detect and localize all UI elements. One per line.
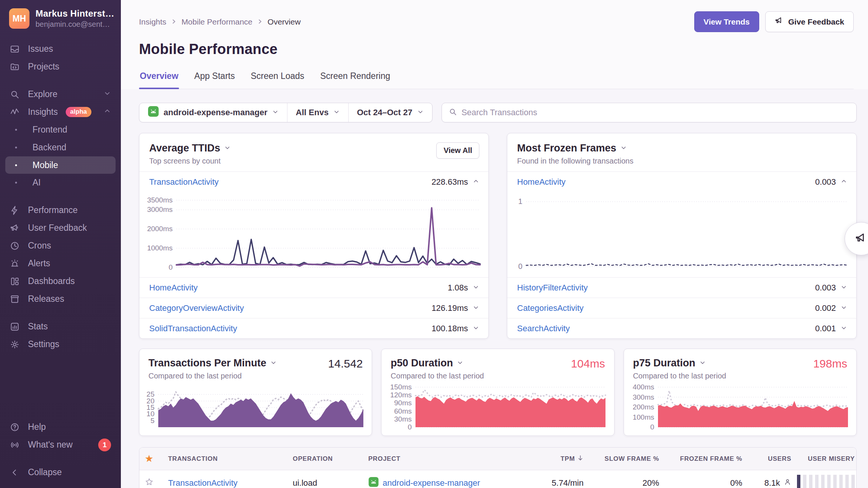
frozen-row-history-filter[interactable]: HistoryFilterActivity 0.003 xyxy=(507,277,856,298)
col-slow-frame[interactable]: SLOW FRAME % xyxy=(584,455,659,463)
users-cell: 8.1k xyxy=(742,478,791,488)
col-transaction[interactable]: TRANSACTION xyxy=(168,455,293,463)
sidebar-collapse-button[interactable]: Collapse xyxy=(0,463,121,481)
chevron-down-icon[interactable] xyxy=(840,303,847,313)
col-project[interactable]: PROJECT xyxy=(368,455,519,463)
sidebar-item-mobile[interactable]: Mobile xyxy=(5,156,116,174)
sidebar-nav: Issues Projects Explore Insights alpha F… xyxy=(0,40,121,481)
tpm-title: Transactions Per Minute xyxy=(148,357,266,369)
col-frozen-frame[interactable]: FROZEN FRAME % xyxy=(659,455,742,463)
tab-bar: Overview App Starts Screen Loads Screen … xyxy=(139,71,854,89)
operation-cell: ui.load xyxy=(293,478,368,488)
chevron-up-icon[interactable] xyxy=(840,177,847,187)
chevron-down-icon[interactable] xyxy=(224,144,231,153)
chevron-down-icon xyxy=(272,108,279,117)
sidebar-item-help[interactable]: Help xyxy=(0,418,121,436)
sidebar-item-projects[interactable]: Projects xyxy=(0,58,121,76)
megaphone-icon xyxy=(855,232,868,246)
user-name: Markus Hinterst… xyxy=(36,8,114,19)
chevron-down-icon xyxy=(417,108,424,117)
ttids-row-solid-transaction[interactable]: SolidTransactionActivity 100.18ms xyxy=(139,318,488,338)
chevron-down-icon[interactable] xyxy=(473,324,479,334)
tab-screen-loads[interactable]: Screen Loads xyxy=(250,71,305,89)
chevron-down-icon[interactable] xyxy=(620,144,627,153)
date-range-filter[interactable]: Oct 24–Oct 27 xyxy=(349,103,432,122)
ttids-expanded-row[interactable]: TransactionActivity 228.63ms xyxy=(139,171,488,192)
sidebar-item-explore[interactable]: Explore xyxy=(0,85,121,103)
star-outline-icon[interactable] xyxy=(145,477,154,488)
user-menu[interactable]: MH Markus Hinterst… benjamin.coe@sent… xyxy=(0,8,121,29)
chevron-down-icon[interactable] xyxy=(840,324,847,334)
col-user-misery[interactable]: USER MISERY xyxy=(791,455,855,463)
frozen-row-categories[interactable]: CategoriesActivity 0.002 xyxy=(507,298,856,318)
view-trends-button[interactable]: View Trends xyxy=(694,11,759,32)
sidebar-item-releases[interactable]: Releases xyxy=(0,290,121,308)
search-icon xyxy=(10,90,20,99)
project-link[interactable]: android-expense-manager xyxy=(383,478,480,488)
sidebar-item-user-feedback[interactable]: User Feedback xyxy=(0,219,121,237)
sidebar-item-issues[interactable]: Issues xyxy=(0,40,121,58)
sidebar-item-backend[interactable]: Backend xyxy=(0,139,121,156)
chevron-down-icon[interactable] xyxy=(840,283,847,293)
table-row[interactable]: TransactionActivity ui.load android-expe… xyxy=(139,470,856,488)
megaphone-icon xyxy=(10,223,20,233)
transaction-link[interactable]: SearchActivity xyxy=(517,324,570,334)
chevron-down-icon[interactable] xyxy=(699,359,706,368)
transaction-link[interactable]: HomeActivity xyxy=(517,177,565,187)
frozen-expanded-row[interactable]: HomeActivity 0.003 xyxy=(507,171,856,192)
view-all-button[interactable]: View All xyxy=(436,142,479,159)
insights-icon xyxy=(10,107,20,117)
svg-text:0: 0 xyxy=(650,423,654,430)
ttids-row-home[interactable]: HomeActivity 1.08s xyxy=(139,277,488,298)
table-header-row: ★ TRANSACTION OPERATION PROJECT TPM SLOW… xyxy=(139,448,856,470)
transaction-link[interactable]: HistoryFilterActivity xyxy=(517,283,588,293)
tab-app-starts[interactable]: App Starts xyxy=(193,71,235,89)
chevron-down-icon[interactable] xyxy=(270,359,277,368)
breadcrumb-mobile-performance[interactable]: Mobile Performance xyxy=(181,17,252,26)
search-input[interactable] xyxy=(462,108,849,117)
breadcrumb-insights[interactable]: Insights xyxy=(139,17,166,26)
sidebar-item-insights[interactable]: Insights alpha xyxy=(0,103,121,121)
transaction-link[interactable]: TransactionActivity xyxy=(149,177,219,187)
environment-filter[interactable]: All Envs xyxy=(287,103,348,122)
user-misery-bars xyxy=(791,475,855,488)
chevron-down-icon[interactable] xyxy=(473,283,479,293)
sidebar-item-stats[interactable]: Stats xyxy=(0,318,121,335)
sidebar-item-crons[interactable]: Crons xyxy=(0,237,121,255)
svg-text:120ms: 120ms xyxy=(390,391,412,399)
transaction-link[interactable]: CategoryOverviewActivity xyxy=(149,303,244,313)
sidebar-item-performance[interactable]: Performance xyxy=(0,201,121,219)
give-feedback-button[interactable]: Give Feedback xyxy=(765,11,854,32)
project-filter[interactable]: android-expense-manager xyxy=(139,103,287,122)
tab-screen-rendering[interactable]: Screen Rendering xyxy=(320,71,391,89)
svg-text:400ms: 400ms xyxy=(633,384,654,391)
chevron-down-icon[interactable] xyxy=(473,303,479,313)
star-icon[interactable]: ★ xyxy=(145,453,154,465)
transaction-link[interactable]: SolidTransactionActivity xyxy=(149,324,237,334)
sidebar-item-whats-new[interactable]: What's new 1 xyxy=(0,436,121,454)
sidebar-item-settings[interactable]: Settings xyxy=(0,335,121,353)
chevron-up-icon[interactable] xyxy=(473,177,479,187)
sidebar-item-alerts[interactable]: Alerts xyxy=(0,255,121,272)
svg-text:0: 0 xyxy=(168,263,173,271)
breadcrumb: Insights Mobile Performance Overview xyxy=(139,17,301,26)
chevron-down-icon[interactable] xyxy=(457,359,463,368)
project-cell: android-expense-manager xyxy=(368,477,519,488)
transactions-table: ★ TRANSACTION OPERATION PROJECT TPM SLOW… xyxy=(139,447,857,488)
transaction-link[interactable]: CategoriesActivity xyxy=(517,303,584,313)
transaction-link[interactable]: HomeActivity xyxy=(149,283,198,293)
android-project-icon xyxy=(148,106,159,119)
svg-text:300ms: 300ms xyxy=(633,393,654,401)
sidebar-item-frontend[interactable]: Frontend xyxy=(0,121,121,139)
tpm-subtitle: Compared to the last period xyxy=(148,372,277,380)
transaction-link[interactable]: TransactionActivity xyxy=(168,478,238,488)
sidebar-item-ai[interactable]: AI xyxy=(0,174,121,191)
frozen-row-search[interactable]: SearchActivity 0.001 xyxy=(507,318,856,338)
col-tpm[interactable]: TPM xyxy=(519,455,584,463)
alpha-badge: alpha xyxy=(66,107,91,117)
col-users[interactable]: USERS xyxy=(742,455,791,463)
ttids-row-category-overview[interactable]: CategoryOverviewActivity 126.19ms xyxy=(139,298,488,318)
tab-overview[interactable]: Overview xyxy=(139,71,179,89)
sidebar-item-dashboards[interactable]: Dashboards xyxy=(0,272,121,290)
col-operation[interactable]: OPERATION xyxy=(293,455,368,463)
